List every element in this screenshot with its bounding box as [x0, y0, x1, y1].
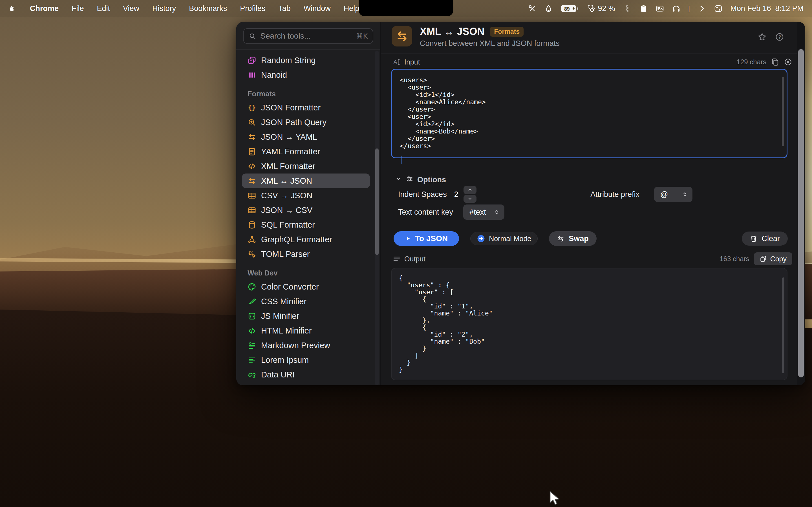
help-icon[interactable]: ?: [775, 32, 784, 43]
swap-icon: [557, 235, 565, 242]
menu-item-history[interactable]: History: [152, 4, 176, 13]
tool-header-text: XML ↔ JSON Formats Convert between XML a…: [420, 26, 560, 48]
output-scrollbar-thumb[interactable]: [782, 277, 784, 373]
menu-item-tab[interactable]: Tab: [278, 4, 291, 13]
braces-icon: {}: [248, 103, 256, 112]
control-center-icon[interactable]: [714, 4, 723, 13]
swap-icon: [248, 133, 256, 142]
menu-item-bookmarks[interactable]: Bookmarks: [189, 4, 227, 13]
xml-json-tool-icon: [392, 26, 412, 47]
health-percent: 92 %: [598, 4, 615, 13]
attribute-prefix-select[interactable]: @: [654, 187, 693, 202]
sidebar-item-xml-formatter[interactable]: XML Formatter: [242, 159, 370, 173]
camera-notch: [359, 0, 453, 16]
snake-icon[interactable]: [623, 4, 631, 13]
sidebar-item-label: CSV → JSON: [261, 191, 312, 200]
shortcuts-icon[interactable]: [656, 4, 664, 13]
sidebar-item-svg-path-analyzer[interactable]: SVG Path Analyzer: [242, 382, 370, 385]
output-header-row: Output 163 chars Copy: [393, 252, 792, 265]
sidebar-item-html-minifier[interactable]: HTML Minifier: [242, 323, 370, 338]
updown-chevrons-icon: [494, 209, 500, 215]
sidebar-scrollbar-thumb[interactable]: [375, 149, 378, 255]
swap-button[interactable]: Swap: [549, 231, 597, 246]
menu-item-help[interactable]: Help: [344, 4, 359, 13]
menu-item-chrome[interactable]: Chrome: [30, 4, 59, 13]
stepper-up-button[interactable]: [463, 186, 476, 194]
text-content-key-select[interactable]: #text: [463, 205, 504, 220]
menu-item-profiles[interactable]: Profiles: [240, 4, 265, 13]
stepper-down-button[interactable]: [463, 195, 476, 203]
sidebar-item-random-string[interactable]: Random String: [242, 53, 370, 68]
sidebar-item-color-converter[interactable]: Color Converter: [242, 279, 370, 294]
battery-icon[interactable]: 89: [560, 4, 579, 13]
sidebar-item-js-minifier[interactable]: {}JS Minifier: [242, 309, 370, 323]
output-viewer: { "users" : { "user" : [ { "id" : "1", "…: [391, 268, 788, 380]
sidebar-item-lorem-ipsum[interactable]: Lorem Ipsum: [242, 353, 370, 367]
sidebar-item-label: GraphQL Formatter: [261, 235, 332, 244]
output-char-count: 163 chars: [719, 255, 749, 263]
text-content-key-value: #text: [469, 208, 486, 217]
search-placeholder: Search tools...: [260, 32, 352, 41]
normal-mode-button[interactable]: Normal Mode: [470, 232, 538, 245]
sidebar-item-label: JS Minifier: [261, 312, 299, 321]
sidebar-item-nanoid[interactable]: Nanoid: [242, 68, 370, 82]
search-shortcut: ⌘K: [356, 32, 368, 40]
paste-icon[interactable]: [771, 58, 779, 66]
sidebar-item-sql-formatter[interactable]: SQL Formatter: [242, 217, 370, 232]
code-icon: [248, 162, 256, 171]
sidebar-item-label: Nanoid: [261, 70, 287, 80]
sidebar-item-data-uri[interactable]: Data URI: [242, 367, 370, 382]
search-input[interactable]: Search tools... ⌘K: [243, 28, 373, 44]
health-status[interactable]: 92 %: [587, 4, 615, 13]
to-json-button[interactable]: To JSON: [394, 231, 459, 246]
menu-item-window[interactable]: Window: [304, 4, 331, 13]
clipboard-icon[interactable]: [639, 4, 648, 13]
code-icon: [248, 327, 256, 335]
favorite-star-icon[interactable]: [757, 32, 767, 43]
sidebar-item-graphql-formatter[interactable]: GraphQL Formatter: [242, 232, 370, 247]
headphones-icon[interactable]: [672, 4, 680, 13]
tool-subtitle: Convert between XML and JSON formats: [420, 39, 560, 48]
sidebar-item-css-minifier[interactable]: CSS Minifier: [242, 294, 370, 309]
options-header[interactable]: Options: [395, 175, 446, 184]
text-caret: [401, 156, 402, 164]
input-editor[interactable]: <users> <user> <id>1</id> <name>Alice</n…: [391, 69, 788, 158]
apple-menu-icon[interactable]: [8, 4, 17, 13]
play-icon: [405, 235, 411, 242]
pen-icon: [248, 385, 256, 386]
sidebar-item-json-formatter[interactable]: {}JSON Formatter: [242, 100, 370, 115]
svg-text:89: 89: [564, 6, 570, 11]
menu-item-view[interactable]: View: [123, 4, 139, 13]
tools-icon[interactable]: [528, 4, 537, 13]
sidebar-item-csv-json[interactable]: CSV → JSON: [242, 188, 370, 203]
barcode-icon: [248, 71, 256, 79]
sidebar-item-json-csv[interactable]: JSON → CSV: [242, 203, 370, 217]
actions-row: To JSON Normal Mode Swap Clear: [394, 231, 788, 246]
sidebar-item-yaml-formatter[interactable]: YAML Formatter: [242, 144, 370, 159]
chevron-right-icon[interactable]: [698, 4, 706, 13]
group-header-web-dev: Web Dev: [236, 262, 380, 279]
droplet-icon[interactable]: [544, 4, 553, 13]
lines-icon: [393, 255, 401, 263]
tool-list: Random StringNanoidFormats{}JSON Formatt…: [236, 50, 380, 385]
input-scrollbar-thumb[interactable]: [782, 77, 784, 146]
clear-button[interactable]: Clear: [742, 231, 788, 245]
sidebar-item-label: Markdown Preview: [261, 341, 330, 350]
link-icon: [248, 371, 256, 379]
copy-button[interactable]: Copy: [754, 252, 792, 265]
updown-chevrons-icon: [682, 191, 688, 198]
menu-bar-clock[interactable]: Mon Feb 16 8:12 PM: [730, 4, 804, 13]
menu-item-file[interactable]: File: [71, 4, 84, 13]
menu-item-edit[interactable]: Edit: [97, 4, 110, 13]
window-scrollbar-thumb[interactable]: [798, 49, 804, 378]
sidebar-item-json-yaml[interactable]: JSON ↔ YAML: [242, 129, 370, 144]
sidebar-item-markdown-preview[interactable]: Markdown Preview: [242, 338, 370, 353]
sidebar-item-label: JSON Formatter: [261, 103, 320, 112]
sidebar-item-toml-parser[interactable]: TOML Parser: [242, 247, 370, 262]
sidebar-item-json-path-query[interactable]: JSON Path Query: [242, 115, 370, 129]
sidebar-item-xml-json[interactable]: XML ↔ JSON: [242, 173, 370, 188]
sidebar-item-label: JSON ↔ YAML: [261, 132, 317, 142]
clear-input-icon[interactable]: [784, 58, 792, 66]
search-area: Search tools... ⌘K: [236, 22, 380, 49]
main-panel: XML ↔ JSON Formats Convert between XML a…: [380, 22, 805, 385]
